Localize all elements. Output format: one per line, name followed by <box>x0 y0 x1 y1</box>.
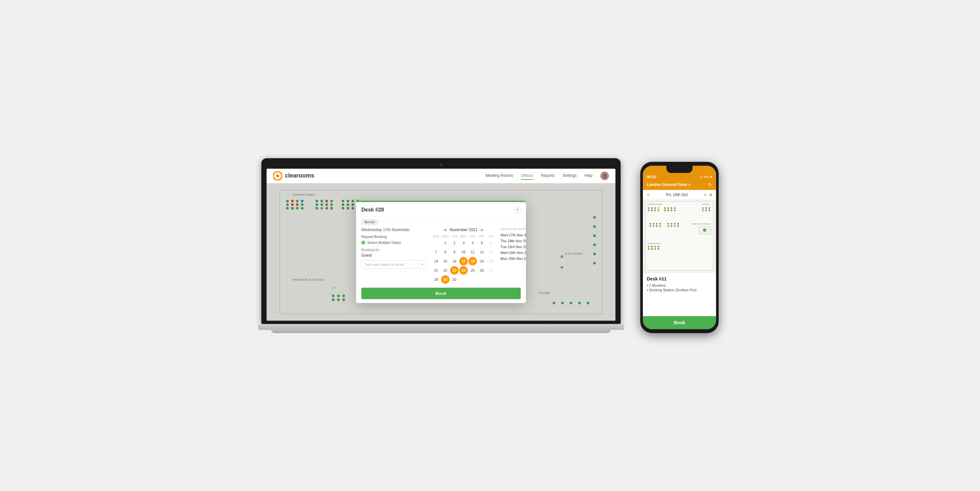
selected-date-row-1: Wed 17th Nov 2021 × <box>500 233 526 238</box>
repeat-booking-label: Repeat Booking <box>361 235 426 239</box>
modal-header: Desk #28 × <box>356 202 526 217</box>
cal-day-11[interactable]: 11 <box>468 248 477 256</box>
cal-next-button[interactable]: ▶ <box>481 228 484 232</box>
select-multiple-option[interactable]: Select Multiple Dates <box>361 241 426 244</box>
floor-plan: OPERATIONS CAR PARK PRINTER STATION STOR… <box>267 183 616 321</box>
cal-day-2[interactable]: 2 <box>450 239 459 247</box>
phone-next-date-button[interactable]: > <box>704 192 706 198</box>
phone-desk-feature-1: 2 Monitors <box>647 284 712 287</box>
cal-day-3[interactable]: 3 <box>459 239 468 247</box>
day-name-tue: TUE <box>450 235 459 238</box>
cal-day-29[interactable]: 29 <box>441 275 450 284</box>
cal-day-19[interactable]: 19 <box>477 257 486 265</box>
nav-offices[interactable]: Offices <box>521 172 533 180</box>
cal-day-5[interactable]: 5 <box>477 239 486 247</box>
cal-day-15[interactable]: 15 <box>441 257 450 265</box>
phone-ops-desks-2 <box>664 207 676 211</box>
cal-day-28[interactable]: 28 <box>432 275 440 284</box>
laptop-camera <box>440 163 442 166</box>
cal-day-20: 20 <box>487 257 495 265</box>
cal-prev-button[interactable]: ◀ <box>443 228 446 232</box>
radio-button[interactable] <box>361 241 365 244</box>
cal-day-24[interactable]: 24 <box>459 266 468 274</box>
phone-desk-title: Desk #11 <box>647 276 712 281</box>
phone-list-view-icon[interactable]: ≡ <box>710 192 712 198</box>
nav-reports[interactable]: Reports <box>541 172 555 180</box>
cal-day-27: 27 <box>487 266 495 274</box>
phone-mid-desks-2 <box>667 223 680 227</box>
signal-icon: ▲ <box>700 175 703 179</box>
phone-date-bar: < Fri, 15th Oct > ≡ <box>643 190 716 200</box>
user-name-input[interactable]: Type user name or email ▼ <box>361 260 426 269</box>
scene: clearooms Meeting Rooms Offices Reports … <box>261 158 719 333</box>
phone-fp-meetingroom-label: MEETING ROOM 2 <box>692 223 711 225</box>
nav-settings[interactable]: Settings <box>563 172 577 180</box>
selected-date-text-2: Thu 18th Nov 2021 <box>500 239 526 243</box>
cal-day-13: 13 <box>487 248 495 256</box>
day-name-thu: THU <box>468 235 477 238</box>
selected-date-text-1: Wed 17th Nov 2021 <box>500 233 526 237</box>
modal-close-button[interactable]: × <box>514 207 521 213</box>
cal-day-12[interactable]: 12 <box>477 248 486 256</box>
app-logo: clearooms <box>273 171 314 180</box>
calendar-days-grid: 1 2 3 4 5 6 7 <box>432 239 495 284</box>
calendar-header: ◀ November 2021 ▶ <box>432 228 495 232</box>
cal-day-25[interactable]: 25 <box>468 266 477 274</box>
cal-day-6: 6 <box>487 239 495 247</box>
cal-day-4[interactable]: 4 <box>468 239 477 247</box>
modal-footer: Book <box>356 284 526 303</box>
dropdown-arrow-icon: ▼ <box>421 263 424 266</box>
selected-date-text-5: Mon 29th Nov 2021 <box>500 257 526 261</box>
day-name-sat: SAT <box>487 235 495 238</box>
phone-location-text[interactable]: London Ground Floor > <box>647 182 690 187</box>
phone-book-button[interactable]: Book <box>643 316 716 329</box>
cal-day-23[interactable]: 23 <box>450 266 459 274</box>
phone-ops-desks-1 <box>648 207 660 211</box>
book-button[interactable]: Book <box>361 288 521 299</box>
cal-empty-1 <box>459 275 468 284</box>
phone-date-text: Fri, 15th Oct <box>666 193 687 197</box>
nav-meeting-rooms[interactable]: Meeting Rooms <box>486 172 513 180</box>
cal-day-22[interactable]: 22 <box>441 266 450 274</box>
phone-refresh-icon[interactable]: ↻ <box>708 182 712 187</box>
phone-notch <box>667 166 692 173</box>
cal-day-7[interactable]: 7 <box>432 248 440 256</box>
date-label: Wednesday 17th November <box>361 228 426 232</box>
calendar-left: Wednesday 17th November Repeat Booking S… <box>361 228 426 284</box>
user-input-placeholder: Type user name or email <box>364 263 404 266</box>
cal-day-26[interactable]: 26 <box>477 266 486 274</box>
cal-day-14[interactable]: 14 <box>432 257 440 265</box>
cal-day-18[interactable]: 18 <box>468 257 477 265</box>
modal-body: Wednesday 17th November Repeat Booking S… <box>356 228 526 284</box>
booking-for-label: Booking for <box>361 248 426 252</box>
laptop-bottom <box>271 330 611 333</box>
cal-day-21[interactable]: 21 <box>432 266 440 274</box>
cal-day-16[interactable]: 16 <box>450 257 459 265</box>
phone-screen: 08:52 ▲ WiFi ■ London Ground Floor > ↻ <… <box>643 166 716 329</box>
phone-desk-feature-2: Docking Station (Surface Pro) <box>647 288 712 292</box>
nav-help[interactable]: Help <box>584 172 593 180</box>
cal-day-1[interactable]: 1 <box>441 239 450 247</box>
laptop-wrapper: clearooms Meeting Rooms Offices Reports … <box>261 158 620 333</box>
clearooms-logo-icon <box>273 171 282 180</box>
cal-day-17[interactable]: 17 <box>459 257 468 265</box>
phone-marketing-desks <box>648 246 660 250</box>
desk-booking-modal: Desk #28 × Monitor Wednesday 17th Novemb… <box>356 201 526 303</box>
app-header: clearooms Meeting Rooms Offices Reports … <box>267 169 616 183</box>
phone-fin-desks <box>702 207 711 211</box>
meeting-room-dot <box>703 228 706 232</box>
phone-mid-desks-1 <box>649 223 662 227</box>
phone-fp-operations-label: OPERATIONS <box>648 203 662 205</box>
user-avatar[interactable]: 👤 <box>600 172 609 180</box>
cal-day-8[interactable]: 8 <box>441 248 450 256</box>
cal-day-30[interactable]: 30 <box>450 275 459 284</box>
cal-day-10[interactable]: 10 <box>459 248 468 256</box>
day-name-wed: WED <box>459 235 468 238</box>
modal-tag: Monitor <box>361 219 378 225</box>
cal-day-9[interactable]: 9 <box>450 248 459 256</box>
logo-text: clearooms <box>285 172 314 179</box>
selected-date-row-3: Tue 23rd Nov 2021 × <box>500 244 526 249</box>
phone-prev-date-button[interactable]: < <box>647 192 650 198</box>
selected-dates-title: SELECTED DATES <box>500 228 526 231</box>
cal-empty-2 <box>468 275 477 284</box>
